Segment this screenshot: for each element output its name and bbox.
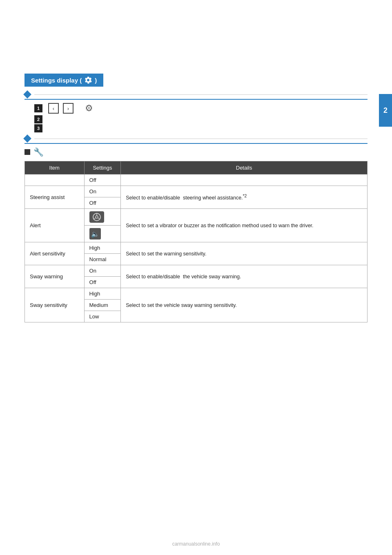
details-cell-alert-sensitivity: Select to set the warning sensitivity. bbox=[121, 242, 368, 265]
footer-watermark: carmanualsonline.info bbox=[0, 541, 392, 547]
num-box-2: 2 bbox=[34, 115, 42, 123]
table-row-sway-sens-high: Sway sensitivity High Select to set the … bbox=[25, 288, 368, 300]
blue-line-2 bbox=[24, 143, 368, 144]
controls-line1: 1 ‹ › ⚙ bbox=[34, 103, 368, 114]
settings-cell-high-alert: High bbox=[84, 242, 121, 254]
num-box-1: 1 bbox=[34, 104, 42, 112]
header-title-end: ) bbox=[95, 77, 97, 84]
details-cell-alert: Select to set a vibrator or buzzer as th… bbox=[121, 209, 368, 242]
settings-cell-sway-low: Low bbox=[84, 311, 121, 322]
settings-cell-sway-on: On bbox=[84, 265, 121, 277]
settings-cell-vibrate bbox=[84, 209, 121, 226]
chapter-tab: 2 bbox=[379, 94, 392, 127]
footer-site: carmanualsonline.info bbox=[172, 541, 220, 547]
steering-wheel-icon bbox=[90, 213, 103, 222]
item-cell-empty bbox=[25, 175, 85, 186]
col-header-settings: Settings bbox=[84, 161, 121, 175]
item-cell-steering: Steering assist bbox=[25, 186, 85, 209]
table-row-alert-vibrate: Alert Select bbox=[25, 209, 368, 226]
table-header-row: Item Settings Details bbox=[25, 161, 368, 175]
small-square-icon bbox=[24, 149, 30, 155]
controls-line3: 3 bbox=[34, 124, 368, 132]
settings-display-header: Settings display ( ) bbox=[24, 74, 103, 87]
blue-line-1 bbox=[24, 99, 368, 100]
nav-left-button[interactable]: ‹ bbox=[48, 103, 59, 114]
gear-icon bbox=[84, 76, 92, 84]
main-content: Settings display ( ) 1 ‹ bbox=[0, 0, 392, 347]
settings-cell-normal-alert: Normal bbox=[84, 254, 121, 265]
details-cell-sway-warning: Select to enable/disable the vehicle swa… bbox=[121, 265, 368, 288]
section-icon-label: 🔧 bbox=[24, 147, 368, 157]
diamond-bullet-2 bbox=[24, 136, 368, 141]
settings-cell-off-steering: Off bbox=[84, 197, 121, 209]
details-cell-sway-sensitivity: Select to set the vehicle sway warning s… bbox=[121, 288, 368, 322]
settings-cell-on: On bbox=[84, 186, 121, 197]
details-cell-steering: Select to enable/disable steering wheel … bbox=[121, 186, 368, 209]
diamond-bullet-1 bbox=[24, 92, 368, 97]
settings-cell-sway-high: High bbox=[84, 288, 121, 300]
nav-right-button[interactable]: › bbox=[63, 103, 74, 114]
sup-2: *2 bbox=[243, 194, 247, 198]
settings-icon-symbol: 🔧 bbox=[33, 147, 44, 157]
table-row-alert-sens-high: Alert sensitivity High Select to set the… bbox=[25, 242, 368, 254]
gear-control-icon: ⚙ bbox=[85, 103, 93, 114]
table-row: Off bbox=[25, 175, 368, 186]
speaker-icon: 🔈 bbox=[89, 228, 101, 239]
settings-cell-sway-medium: Medium bbox=[84, 300, 121, 311]
item-cell-alert: Alert bbox=[25, 209, 85, 242]
details-cell-empty-1 bbox=[121, 175, 368, 186]
num-box-3: 3 bbox=[34, 124, 42, 132]
item-cell-alert-sensitivity: Alert sensitivity bbox=[25, 242, 85, 265]
controls-section: 1 ‹ › ⚙ 2 3 bbox=[34, 103, 368, 132]
settings-cell-speaker: 🔈 bbox=[84, 226, 121, 242]
header-title: Settings display ( bbox=[31, 77, 82, 84]
diamond-icon-2 bbox=[23, 134, 31, 143]
item-cell-sway-sensitivity: Sway sensitivity bbox=[25, 288, 85, 322]
col-header-item: Item bbox=[25, 161, 85, 175]
settings-cell-sway-off: Off bbox=[84, 277, 121, 288]
settings-table: Item Settings Details Off Steering assis… bbox=[24, 161, 368, 322]
item-cell-sway-warning: Sway warning bbox=[25, 265, 85, 288]
settings-cell-off-1: Off bbox=[84, 175, 121, 186]
chapter-number: 2 bbox=[383, 106, 388, 115]
table-row-steering-on: Steering assist On Select to enable/disa… bbox=[25, 186, 368, 197]
svg-point-1 bbox=[96, 216, 98, 218]
vibrate-icon bbox=[89, 211, 104, 223]
col-header-details: Details bbox=[121, 161, 368, 175]
page-container: 2 Settings display ( ) 1 bbox=[0, 0, 392, 555]
controls-line2: 2 bbox=[34, 115, 368, 123]
table-row-sway-on: Sway warning On Select to enable/disable… bbox=[25, 265, 368, 277]
diamond-icon bbox=[23, 90, 31, 98]
